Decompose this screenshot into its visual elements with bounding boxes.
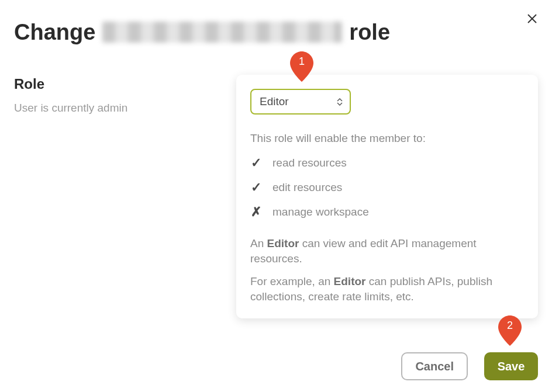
desc-text: For example, an bbox=[250, 275, 334, 287]
dialog-footer: Cancel Save bbox=[401, 352, 538, 380]
role-select-value: Editor bbox=[260, 95, 289, 108]
save-button[interactable]: Save bbox=[484, 352, 538, 380]
title-redacted bbox=[102, 22, 342, 43]
desc-text: An bbox=[250, 237, 267, 249]
role-info-section: Role User is currently admin bbox=[14, 76, 213, 115]
annotation-marker-2: 2 bbox=[498, 315, 522, 346]
dialog-title: Change role bbox=[14, 18, 517, 47]
cross-icon: ✗ bbox=[250, 204, 262, 220]
title-prefix: Change bbox=[14, 20, 95, 45]
close-icon bbox=[527, 13, 537, 24]
role-heading: Role bbox=[14, 76, 213, 92]
check-icon: ✓ bbox=[250, 155, 262, 171]
role-details-panel: Editor This role will enable the member … bbox=[236, 75, 538, 318]
permissions-list: ✓ read resources ✓ edit resources ✗ mana… bbox=[250, 155, 524, 220]
permission-label: read resources bbox=[272, 157, 347, 169]
permission-item: ✓ read resources bbox=[250, 155, 524, 171]
cancel-button[interactable]: Cancel bbox=[401, 352, 468, 380]
role-current-text: User is currently admin bbox=[14, 102, 213, 115]
permission-item: ✗ manage workspace bbox=[250, 204, 524, 220]
desc-bold: Editor bbox=[267, 237, 299, 249]
title-suffix: role bbox=[349, 20, 390, 45]
desc-bold: Editor bbox=[334, 275, 366, 287]
permission-item: ✓ edit resources bbox=[250, 180, 524, 195]
close-button[interactable] bbox=[525, 12, 539, 26]
annotation-number: 2 bbox=[498, 320, 522, 332]
role-description-1: An Editor can view and edit API manageme… bbox=[250, 236, 524, 266]
permission-label: manage workspace bbox=[272, 206, 369, 218]
role-description-2: For example, an Editor can publish APIs,… bbox=[250, 274, 524, 304]
check-icon: ✓ bbox=[250, 180, 262, 195]
enable-text: This role will enable the member to: bbox=[250, 132, 524, 145]
select-caret-icon bbox=[337, 98, 343, 106]
role-select[interactable]: Editor bbox=[250, 89, 351, 115]
annotation-number: 1 bbox=[290, 55, 313, 68]
permission-label: edit resources bbox=[272, 181, 342, 194]
